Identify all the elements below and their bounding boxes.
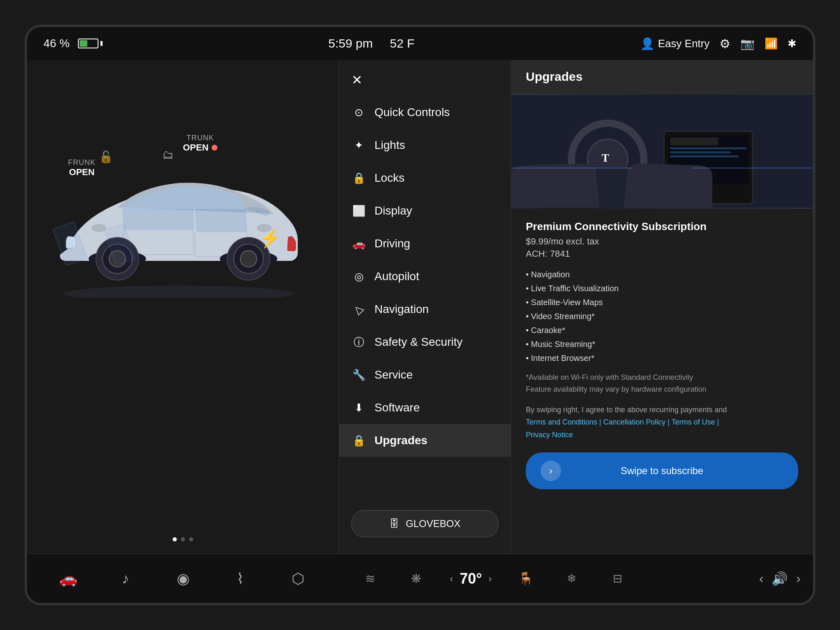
seat-heat-icon[interactable]: ≋	[358, 566, 382, 591]
svg-rect-24	[670, 151, 730, 153]
upgrades-icon: 🔒	[352, 433, 366, 448]
wifi-icon: 📶	[765, 37, 778, 50]
menu-item-service[interactable]: 🔧 Service	[339, 358, 511, 391]
upgrades-header: Upgrades	[511, 60, 813, 94]
radio-icon[interactable]: ◉	[171, 566, 195, 591]
safety-security-label: Safety & Security	[374, 336, 463, 349]
svg-point-12	[91, 224, 106, 232]
driving-icon: 🚗	[352, 236, 366, 251]
apps-icon[interactable]: ⬡	[285, 566, 310, 591]
subscription-features: • Navigation • Live Traffic Visualizatio…	[526, 267, 798, 365]
fan-icon[interactable]: ❋	[404, 566, 428, 591]
upgrades-panel: Upgrades T	[511, 60, 813, 554]
menu-close-button[interactable]: ✕	[339, 68, 511, 96]
car-interior-image: T	[511, 94, 813, 209]
subscription-note: *Available on Wi-Fi only with Standard C…	[526, 372, 798, 395]
quick-controls-label: Quick Controls	[374, 106, 450, 119]
volume-left-arrow[interactable]: ‹	[759, 571, 764, 586]
car-panel: FRUNK OPEN 🔓 TRUNK OPEN 🗂	[27, 60, 339, 554]
menu-item-display[interactable]: ⬜ Display	[339, 194, 511, 227]
svg-text:T: T	[602, 152, 609, 164]
settings-icon[interactable]: ⚙	[719, 37, 730, 51]
display-icon: ⬜	[352, 203, 366, 218]
svg-point-0	[64, 285, 294, 298]
volume-icon[interactable]: 🔊	[772, 571, 788, 587]
svg-rect-28	[692, 167, 813, 169]
software-icon: ⬇	[352, 400, 366, 415]
svg-rect-25	[670, 155, 739, 158]
feature-music: • Music Streaming*	[526, 337, 798, 351]
volume-right-arrow[interactable]: ›	[796, 571, 801, 586]
current-time: 5:59 pm	[328, 37, 372, 50]
feature-browser: • Internet Browser*	[526, 351, 798, 365]
svg-rect-27	[511, 167, 632, 169]
music-icon[interactable]: ♪	[113, 566, 138, 591]
bluetooth-icon: ✱	[788, 37, 797, 50]
bottom-left-icons: 🚗 ♪ ◉ ⌇ ⬡	[27, 566, 339, 591]
subscription-legal: By swiping right, I agree to the above r…	[526, 404, 798, 441]
temp-increase-button[interactable]: ›	[488, 573, 492, 584]
menu-item-driving[interactable]: 🚗 Driving	[339, 227, 511, 260]
feature-navigation: • Navigation	[526, 267, 798, 281]
temperature-display: 52 F	[390, 37, 415, 50]
status-center: 5:59 pm 52 F	[328, 37, 414, 50]
safety-icon: ⓘ	[352, 335, 366, 349]
terms-links[interactable]: Terms and Conditions | Cancellation Poli…	[526, 418, 719, 439]
bottom-right-controls: ‹ 🔊 ›	[649, 571, 813, 587]
swipe-label: Swipe to subscribe	[621, 465, 703, 477]
temp-setpoint: 70°	[460, 570, 482, 587]
defrost-front-icon[interactable]: ❄	[559, 566, 584, 591]
svg-rect-23	[670, 147, 746, 149]
menu-item-lights[interactable]: ✦ Lights	[339, 129, 511, 162]
seat-icon[interactable]: 🪑	[513, 566, 538, 591]
status-bar: 46 % 5:59 pm 52 F 👤 Easy Entry ⚙ 📷 📶 ✱	[27, 27, 813, 60]
subscription-price: $9.99/mo excl. tax	[526, 236, 798, 247]
svg-rect-22	[670, 137, 719, 146]
quick-controls-icon: ⊙	[352, 105, 366, 120]
easy-entry-button[interactable]: 👤 Easy Entry	[640, 37, 710, 50]
bottom-center-controls: ≋ ❋ ‹ 70° › 🪑 ❄ ⊟	[339, 566, 649, 591]
menu-item-autopilot[interactable]: ◎ Autopilot	[339, 260, 511, 293]
menu-item-safety-security[interactable]: ⓘ Safety & Security	[339, 326, 511, 358]
dot-2	[181, 537, 185, 541]
service-icon: 🔧	[352, 368, 366, 382]
menu-item-locks[interactable]: 🔒 Locks	[339, 162, 511, 194]
menu-item-navigation[interactable]: ◁ Navigation	[339, 293, 511, 326]
feature-traffic: • Live Traffic Visualization	[526, 281, 798, 295]
feature-satellite: • Satellite-View Maps	[526, 295, 798, 309]
svg-point-8	[240, 251, 257, 267]
battery-percentage: 46 %	[43, 37, 70, 50]
svg-point-13	[257, 224, 272, 232]
driving-label: Driving	[374, 237, 410, 250]
battery-icon	[78, 39, 103, 48]
settings-menu: ✕ ⊙ Quick Controls ✦ Lights 🔒 Locks ⬜ Di…	[339, 60, 511, 554]
easy-entry-label: Easy Entry	[658, 37, 710, 50]
autopilot-icon: ◎	[352, 269, 366, 284]
defrost-rear-icon[interactable]: ⊟	[605, 566, 630, 591]
autopilot-label: Autopilot	[374, 270, 419, 283]
subscription-ach: ACH: 7841	[526, 249, 798, 259]
temperature-control: ‹ 70° ›	[450, 570, 492, 587]
main-content: FRUNK OPEN 🔓 TRUNK OPEN 🗂	[27, 60, 813, 554]
carousel-dots	[173, 537, 193, 541]
dot-1	[173, 537, 177, 541]
navigation-label: Navigation	[374, 303, 429, 316]
camera-icon[interactable]: 📷	[740, 37, 755, 50]
glovebox-button[interactable]: 🗄 GLOVEBOX	[352, 510, 498, 537]
glovebox-label: GLOVEBOX	[406, 518, 460, 530]
menu-item-upgrades[interactable]: 🔒 Upgrades	[339, 424, 511, 457]
status-right: 👤 Easy Entry ⚙ 📷 📶 ✱	[640, 37, 797, 51]
lights-icon: ✦	[352, 138, 366, 153]
display-label: Display	[374, 204, 412, 217]
temp-decrease-button[interactable]: ‹	[450, 573, 453, 584]
upgrades-label: Upgrades	[374, 434, 427, 447]
software-label: Software	[374, 401, 420, 414]
car-icon[interactable]: 🚗	[56, 566, 80, 591]
wiper-icon[interactable]: ⌇	[228, 566, 253, 591]
service-label: Service	[374, 368, 413, 381]
status-left: 46 %	[43, 37, 103, 50]
menu-item-software[interactable]: ⬇ Software	[339, 391, 511, 424]
feature-caraoke: • Caraoke*	[526, 323, 798, 337]
menu-item-quick-controls[interactable]: ⊙ Quick Controls	[339, 96, 511, 129]
swipe-to-subscribe-button[interactable]: › Swipe to subscribe	[526, 452, 798, 489]
